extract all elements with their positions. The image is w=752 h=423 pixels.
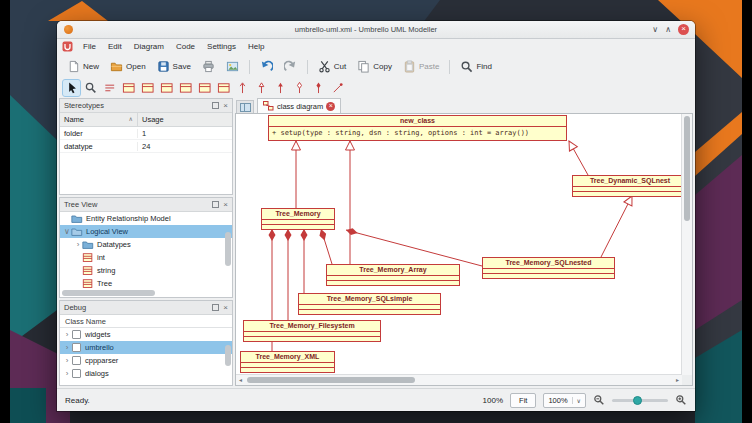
canvas-vertical-scrollbar[interactable] — [681, 114, 692, 375]
close-panel-icon[interactable]: × — [223, 201, 228, 209]
redo-button[interactable] — [280, 58, 301, 75]
minimize-button[interactable]: ∨ — [652, 23, 658, 36]
canvas-horizontal-scrollbar[interactable]: ◂ ▸ — [236, 374, 682, 385]
tree-item-logical-view[interactable]: ∨Logical View — [60, 225, 232, 238]
statusbar: Ready. 100% Fit 100% ∨ — [57, 388, 695, 411]
debug-item-umbrello[interactable]: ›umbrello — [60, 341, 232, 354]
cut-button[interactable]: Cut — [314, 58, 350, 75]
copy-icon — [357, 60, 370, 73]
chevron-down-icon[interactable]: ∨ — [63, 227, 71, 236]
float-panel-icon[interactable] — [212, 304, 219, 311]
uml-class-Tree_Memory[interactable]: Tree_Memory — [261, 208, 335, 230]
zoom-slider[interactable] — [612, 399, 668, 402]
scroll-right-icon[interactable]: ▸ — [673, 376, 682, 384]
uml-class-Tree_Memory_SQLsimple[interactable]: Tree_Memory_SQLsimple — [298, 293, 441, 315]
note-tool[interactable] — [101, 80, 118, 96]
class-name-column-header[interactable]: Class Name — [60, 315, 232, 328]
menu-diagram[interactable]: Diagram — [128, 40, 170, 53]
debug-item-dialogs[interactable]: ›dialogs — [60, 367, 232, 380]
debug-item-cppparser[interactable]: ›cppparser — [60, 354, 232, 367]
paste-button[interactable]: Paste — [399, 58, 443, 75]
uml-class-Tree_Memory_XML[interactable]: Tree_Memory_XML — [240, 351, 335, 373]
diagram-overview-button[interactable] — [236, 100, 254, 113]
print-button[interactable] — [198, 58, 219, 75]
datatype-tool[interactable] — [158, 80, 175, 96]
float-panel-icon[interactable] — [212, 102, 219, 109]
checkbox[interactable] — [72, 369, 81, 378]
stereotype-row[interactable]: folder1 — [60, 127, 232, 140]
export-image-button[interactable] — [222, 58, 243, 75]
class-tool[interactable] — [120, 80, 137, 96]
magnifier-tool[interactable] — [82, 80, 99, 96]
close-panel-icon[interactable]: × — [223, 304, 228, 312]
close-panel-icon[interactable]: × — [223, 102, 228, 110]
checkbox[interactable] — [72, 356, 81, 365]
uml-class-Tree_Memory_Array[interactable]: Tree_Memory_Array — [326, 264, 460, 286]
uml-class-new_class[interactable]: new_class+ setup(type : string, dsn : st… — [268, 115, 567, 141]
tab-class-diagram[interactable]: class diagram × — [257, 98, 341, 113]
tab-close-icon[interactable]: × — [326, 102, 335, 111]
menu-edit[interactable]: Edit — [102, 40, 128, 53]
fit-button[interactable]: Fit — [510, 393, 536, 408]
uml-class-Tree_Dynamic_SQLnest[interactable]: Tree_Dynamic_SQLnest — [572, 175, 682, 197]
tree-item-int[interactable]: int — [60, 251, 232, 264]
zoom-in-icon[interactable] — [675, 394, 687, 406]
scroll-left-icon[interactable]: ◂ — [236, 376, 245, 384]
tree-item-datatypes[interactable]: ›Datatypes — [60, 238, 232, 251]
chevron-right-icon[interactable]: › — [63, 369, 71, 378]
debug-vertical-scrollbar[interactable] — [225, 329, 231, 382]
component-tool[interactable] — [215, 80, 232, 96]
close-button[interactable]: × — [678, 24, 689, 35]
tree-vertical-scrollbar[interactable] — [225, 213, 231, 288]
zoom-combo[interactable]: 100% ∨ — [543, 393, 586, 408]
stereotype-row[interactable]: datatype24 — [60, 140, 232, 153]
column-header-usage[interactable]: Usage — [138, 113, 232, 126]
enum-tool[interactable] — [177, 80, 194, 96]
menu-code[interactable]: Code — [170, 40, 201, 53]
chevron-right-icon[interactable]: › — [74, 240, 82, 249]
tree-item-entity-relationship-model[interactable]: Entity Relationship Model — [60, 212, 232, 225]
chevron-right-icon[interactable]: › — [63, 343, 71, 352]
chevron-right-icon[interactable]: › — [63, 330, 71, 339]
stereotype-usage: 24 — [138, 142, 232, 151]
new-button[interactable]: New — [63, 58, 103, 75]
tree-item-tree[interactable]: Tree — [60, 277, 232, 290]
association-tool[interactable] — [234, 80, 251, 96]
dependency-tool[interactable] — [253, 80, 270, 96]
tree-horizontal-scrollbar[interactable] — [62, 290, 222, 296]
checkbox[interactable] — [72, 330, 81, 339]
package-tool[interactable] — [196, 80, 213, 96]
aggregation-tool[interactable] — [291, 80, 308, 96]
zoom-out-icon[interactable] — [593, 394, 605, 406]
find-button[interactable]: Find — [456, 58, 496, 75]
select-tool[interactable] — [63, 80, 80, 96]
tree-item-string[interactable]: string — [60, 264, 232, 277]
checkbox[interactable] — [72, 343, 81, 352]
zoom-slider-thumb[interactable] — [633, 396, 642, 405]
horizontal-scrollbar-thumb[interactable] — [247, 377, 415, 383]
open-button[interactable]: Open — [106, 58, 150, 75]
uml-class-Tree_Memory_Filesystem[interactable]: Tree_Memory_Filesystem — [243, 320, 381, 342]
anchor-tool[interactable] — [329, 80, 346, 96]
scrollbar-corner — [682, 375, 692, 385]
float-panel-icon[interactable] — [212, 201, 219, 208]
uml-class-Tree_Memory_SQLnested[interactable]: Tree_Memory_SQLnested — [482, 257, 615, 279]
chevron-right-icon[interactable]: › — [63, 356, 71, 365]
save-button[interactable]: Save — [153, 58, 195, 75]
maximize-button[interactable]: ∧ — [665, 23, 671, 36]
copy-button[interactable]: Copy — [353, 58, 396, 75]
titlebar[interactable]: umbrello-uml.xmi - Umbrello UML Modeller… — [57, 21, 695, 39]
menu-settings[interactable]: Settings — [201, 40, 242, 53]
debug-item-widgets[interactable]: ›widgets — [60, 328, 232, 341]
composition-tool[interactable] — [310, 80, 327, 96]
menu-help[interactable]: Help — [242, 40, 270, 53]
printer-icon — [202, 60, 215, 73]
diagram-canvas[interactable]: new_class+ setup(type : string, dsn : st… — [235, 113, 693, 386]
generalization-tool[interactable] — [272, 80, 289, 96]
undo-button[interactable] — [256, 58, 277, 75]
column-header-name[interactable]: Name ∧ — [60, 113, 138, 126]
tree-item-label: int — [97, 253, 105, 262]
menu-file[interactable]: File — [77, 40, 102, 53]
interface-tool[interactable] — [139, 80, 156, 96]
vertical-scrollbar-thumb[interactable] — [684, 116, 690, 221]
